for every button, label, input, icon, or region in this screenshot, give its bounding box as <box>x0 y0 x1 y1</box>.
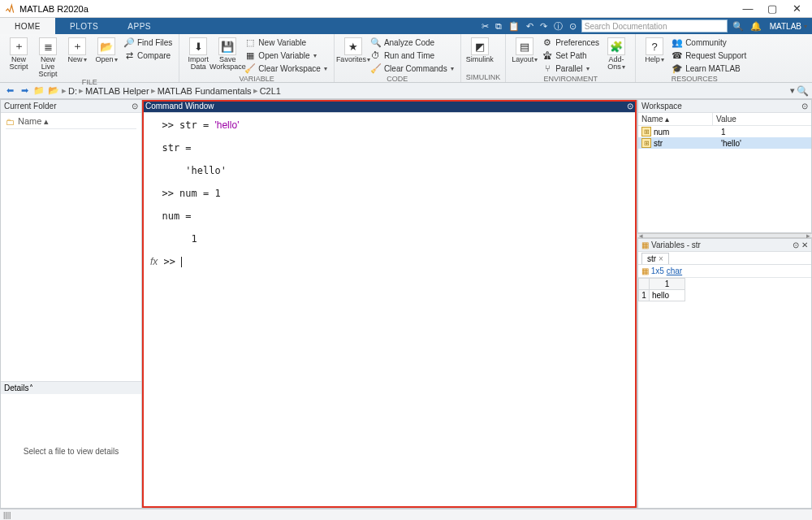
parallel-button[interactable]: ⑂Parallel▾ <box>540 62 601 75</box>
minimize-button[interactable]: — <box>736 0 760 18</box>
help-button[interactable]: ?Help▾ <box>641 36 668 75</box>
layout-button[interactable]: ▤Layout▾ <box>511 36 538 75</box>
clear-cmd-icon: 🧹 <box>370 63 382 74</box>
request-support-button[interactable]: ☎Request Support <box>670 49 748 62</box>
new-script-button[interactable]: ＋NewScript <box>5 36 32 78</box>
group-simulink: ◩Simulink SIMULINK <box>461 34 507 82</box>
breadcrumb[interactable]: MATLAB Fundamentals▸ <box>158 85 258 96</box>
tab-apps[interactable]: APPS <box>113 18 166 34</box>
back-icon[interactable]: ⬅ <box>3 84 16 98</box>
close-icon[interactable]: ⊙ <box>132 102 138 110</box>
search-folder-icon[interactable]: 🔍 <box>797 85 809 97</box>
simulink-button[interactable]: ◩Simulink <box>466 36 494 63</box>
search-input[interactable]: Search Documentation <box>581 20 728 32</box>
new-variable-button[interactable]: ⬚New Variable <box>243 36 329 49</box>
variable-tab-bar: str × <box>638 252 811 265</box>
close-icon[interactable]: ✕ <box>801 240 808 249</box>
learn-matlab-button[interactable]: 🎓Learn MATLAB <box>670 62 748 75</box>
ws-col-name[interactable]: Name ▴ <box>638 113 713 125</box>
compare-icon: ⇄ <box>123 50 135 61</box>
details-header[interactable]: Details˄ <box>1 381 141 394</box>
clear-commands-button[interactable]: 🧹Clear Commands▾ <box>369 62 456 75</box>
save-ws-icon: 💾 <box>218 37 236 55</box>
import-data-button[interactable]: ⬇ImportData <box>184 36 212 75</box>
qat-more-icon[interactable]: ⊙ <box>568 21 578 32</box>
address-dropdown-icon[interactable]: ▾ <box>790 85 795 96</box>
type-link[interactable]: char <box>667 266 682 275</box>
addons-button[interactable]: 🧩Add-Ons▾ <box>603 36 630 75</box>
import-icon: ⬇ <box>189 37 207 55</box>
new-live-script-icon: ≣ <box>39 37 57 55</box>
variables-panel: ▦ Variables - str ⊙ ✕ str × ▦ 1x5 char 1… <box>637 238 812 509</box>
variable-icon: ⊞ <box>641 127 651 136</box>
compare-button[interactable]: ⇄Compare <box>122 49 174 62</box>
breadcrumb[interactable]: C2L1 <box>260 86 281 96</box>
forward-icon[interactable]: ➡ <box>18 84 31 98</box>
maximize-button[interactable]: ▢ <box>760 0 784 18</box>
preferences-button[interactable]: ⚙Preferences <box>540 36 601 49</box>
open-button[interactable]: 📂Open▾ <box>93 36 120 78</box>
restore-icon[interactable]: ⊙ <box>793 240 799 249</box>
command-window-body[interactable]: >> str = 'hello' str = 'hello' >> num = … <box>142 113 637 508</box>
qat-paste-icon[interactable]: 📋 <box>507 21 521 32</box>
favorites-button[interactable]: ★Favorites▾ <box>339 36 367 75</box>
status-bar: |||| <box>0 509 812 520</box>
grid-cell[interactable]: hello <box>650 290 685 301</box>
group-environment: ▤Layout▾ ⚙Preferences 🛣Set Path ⑂Paralle… <box>506 34 636 82</box>
chevron-up-icon[interactable]: ˄ <box>29 384 33 392</box>
group-file: ＋NewScript ≣NewLive Script ＋New▾ 📂Open▾ … <box>0 34 179 82</box>
set-path-button[interactable]: 🛣Set Path <box>540 49 601 62</box>
workspace-body[interactable]: Name ▴ Value ⊞num1⊞str'hello' <box>638 113 811 232</box>
new-button[interactable]: ＋New▾ <box>63 36 91 78</box>
workspace-header[interactable]: Workspace⊙ <box>638 100 811 113</box>
variable-type: ▦ 1x5 char <box>638 265 811 278</box>
variable-icon: ⊞ <box>641 138 651 148</box>
browse-folder-icon[interactable]: 📂 <box>47 84 60 98</box>
breadcrumb[interactable]: MATLAB Helper▸ <box>85 85 156 96</box>
qat-copy-icon[interactable]: ⧉ <box>494 21 503 32</box>
close-icon[interactable]: ⊙ <box>627 102 633 110</box>
workspace-row[interactable]: ⊞num1 <box>638 126 811 137</box>
current-folder-body[interactable]: 🗀 Name ▴ <box>1 113 141 381</box>
search-go-icon[interactable]: 🔍 <box>731 21 745 32</box>
save-workspace-button[interactable]: 💾SaveWorkspace <box>214 36 241 75</box>
group-resources-label: RESOURCES <box>641 75 748 84</box>
group-variable: ⬇ImportData 💾SaveWorkspace ⬚New Variable… <box>179 34 335 82</box>
find-files-button[interactable]: 🔎Find Files <box>122 36 174 49</box>
qat-cut-icon[interactable]: ✂ <box>480 21 490 32</box>
run-and-time-button[interactable]: ⏱Run and Time <box>369 49 456 62</box>
command-window-header[interactable]: Command Window⊙ <box>142 100 637 113</box>
analyze-code-button[interactable]: 🔍Analyze Code <box>369 36 456 49</box>
tab-plots[interactable]: PLOTS <box>55 18 113 34</box>
details-body: Select a file to view details <box>1 394 141 508</box>
clear-workspace-button[interactable]: 🧹Clear Workspace▾ <box>243 62 329 75</box>
variables-header[interactable]: ▦ Variables - str ⊙ ✕ <box>638 239 811 252</box>
breadcrumb[interactable]: D:▸ <box>68 85 84 96</box>
community-button[interactable]: 👥Community <box>670 36 748 49</box>
qat-redo-icon[interactable]: ↷ <box>538 21 549 32</box>
find-files-icon: 🔎 <box>123 37 135 48</box>
tab-home[interactable]: HOME <box>0 18 55 34</box>
ws-col-value[interactable]: Value <box>713 113 740 125</box>
group-variable-label: VARIABLE <box>184 75 329 84</box>
close-button[interactable]: ✕ <box>784 0 809 18</box>
bell-icon[interactable]: 🔔 <box>749 21 763 32</box>
grid-col-header[interactable]: 1 <box>650 278 685 290</box>
simulink-icon: ◩ <box>471 37 489 55</box>
grid-row-header[interactable]: 1 <box>638 290 650 301</box>
up-folder-icon[interactable]: 📁 <box>32 84 45 98</box>
new-live-script-button[interactable]: ≣NewLive Script <box>34 36 62 78</box>
matlab-logo-icon <box>3 2 16 15</box>
user-menu[interactable]: MATLAB ▾ <box>767 22 810 31</box>
close-icon[interactable]: ⊙ <box>801 102 808 110</box>
column-header[interactable]: 🗀 Name ▴ <box>6 116 136 129</box>
current-folder-header[interactable]: Current Folder⊙ <box>1 100 141 113</box>
qat-help-icon[interactable]: ⓘ <box>552 20 564 32</box>
qat-undo-icon[interactable]: ↶ <box>525 21 535 32</box>
close-tab-icon[interactable]: × <box>659 254 663 263</box>
group-code-label: CODE <box>339 75 456 84</box>
variable-grid[interactable]: 1 1 hello <box>638 278 811 301</box>
workspace-row[interactable]: ⊞str'hello' <box>638 137 811 149</box>
open-variable-button[interactable]: ▦Open Variable▾ <box>243 49 329 62</box>
variable-tab[interactable]: str × <box>641 253 669 264</box>
